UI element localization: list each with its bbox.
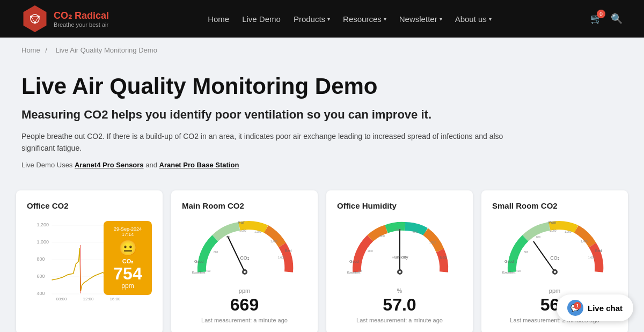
hero-links: Live Demo Uses Aranet4 Pro Sensors and A… bbox=[21, 161, 623, 169]
svg-text:1,000: 1,000 bbox=[239, 229, 246, 232]
chart-area: 1,200 1,000 800 600 400 08:00 12:00 16:0… bbox=[27, 216, 152, 304]
svg-text:Poor: Poor bbox=[548, 220, 557, 224]
breadcrumb-home[interactable]: Home bbox=[21, 46, 40, 54]
svg-text:16:00: 16:00 bbox=[110, 297, 121, 301]
logo-title: CO₂ Radical bbox=[54, 10, 109, 21]
svg-text:60.0: 60.0 bbox=[396, 228, 401, 231]
chart-unit: ppm bbox=[111, 282, 144, 290]
svg-text:0.0: 0.0 bbox=[358, 269, 362, 272]
svg-text:Good: Good bbox=[349, 260, 358, 263]
logo-subtitle: Breathe your best air bbox=[54, 21, 109, 28]
hero-body: People breathe out CO2. If there is a bu… bbox=[21, 130, 504, 154]
svg-text:600: 600 bbox=[214, 250, 218, 254]
svg-text:CO₂: CO₂ bbox=[240, 255, 250, 261]
chart-date: 29-Sep-2024 17:14 bbox=[111, 226, 144, 237]
office-humidity-card: Office Humidity Humidity Good Bad Excel bbox=[326, 190, 473, 332]
small-room-co2-title: Small Room CO2 bbox=[492, 201, 617, 210]
live-chat-button[interactable]: 💬 1 Live chat bbox=[557, 294, 633, 321]
svg-text:400: 400 bbox=[516, 269, 521, 272]
svg-text:40.0: 40.0 bbox=[379, 234, 385, 238]
chart-overlay: 29-Sep-2024 17:14 😐 CO₂ 754 ppm bbox=[104, 221, 152, 295]
svg-marker-0 bbox=[26, 9, 44, 28]
svg-point-24 bbox=[244, 271, 246, 273]
office-humidity-title: Office Humidity bbox=[337, 201, 462, 210]
svg-text:12:00: 12:00 bbox=[83, 297, 94, 301]
breadcrumb: Home / Live Air Quality Monitoring Demo bbox=[21, 46, 623, 54]
search-icon[interactable]: 🔍 bbox=[611, 13, 623, 25]
svg-line-22 bbox=[228, 236, 245, 272]
svg-text:800: 800 bbox=[37, 256, 45, 262]
cards-section: Office CO2 1,200 1,000 800 600 400 bbox=[0, 185, 644, 332]
nav-home[interactable]: Home bbox=[208, 14, 229, 24]
svg-text:400: 400 bbox=[206, 269, 211, 272]
nav-about[interactable]: About us ▾ bbox=[455, 14, 492, 24]
svg-text:1,200: 1,200 bbox=[565, 230, 572, 233]
humidity-gauge-svg: Humidity Good Bad Excellent 0.0 20.0 40.… bbox=[346, 216, 453, 285]
svg-text:1,200: 1,200 bbox=[254, 230, 261, 233]
navbar: CO₂ Radical Breathe your best air Home L… bbox=[0, 0, 644, 38]
chevron-down-icon: ▾ bbox=[489, 16, 492, 22]
gauge-container: CO₂ Good Bad Excellent Fair 400 600 800 … bbox=[182, 216, 307, 323]
svg-text:80.0: 80.0 bbox=[413, 230, 418, 233]
chevron-down-icon: ▾ bbox=[440, 16, 442, 22]
svg-text:CO₂: CO₂ bbox=[550, 255, 560, 261]
gauge-bottom: ppm 669 Last measurement: a minute ago bbox=[201, 287, 288, 323]
svg-text:100.0: 100.0 bbox=[429, 241, 436, 244]
hero-section: Live Air Quality Monitoring Demo Measuri… bbox=[0, 63, 644, 185]
nav-resources[interactable]: Resources ▾ bbox=[343, 14, 386, 24]
chat-icon-wrapper: 💬 1 bbox=[567, 300, 583, 316]
gauge-value: 669 bbox=[201, 295, 288, 315]
svg-text:Excellent: Excellent bbox=[192, 271, 206, 274]
chat-notification-badge: 1 bbox=[574, 302, 581, 309]
live-chat-label: Live chat bbox=[588, 304, 623, 313]
page-title: Live Air Quality Monitoring Demo bbox=[21, 73, 623, 99]
main-room-co2-title: Main Room CO2 bbox=[182, 201, 307, 210]
svg-text:Bad: Bad bbox=[440, 255, 447, 259]
svg-text:1,600: 1,600 bbox=[588, 256, 595, 259]
svg-text:800: 800 bbox=[226, 235, 231, 239]
svg-text:1,600: 1,600 bbox=[278, 256, 285, 259]
aranet4-link[interactable]: Aranet4 Pro Sensors bbox=[75, 161, 144, 169]
humidity-last-measurement: Last measurement: a minute ago bbox=[356, 317, 443, 323]
humidity-gauge-container: Humidity Good Bad Excellent 0.0 20.0 40.… bbox=[337, 216, 462, 323]
svg-text:1,000: 1,000 bbox=[37, 239, 49, 245]
breadcrumb-current: Live Air Quality Monitoring Demo bbox=[56, 46, 157, 54]
svg-text:1,400: 1,400 bbox=[270, 240, 277, 243]
cart-badge: 0 bbox=[597, 10, 605, 18]
nav-products[interactable]: Products ▾ bbox=[294, 14, 330, 24]
cart-icon[interactable]: 🛒 0 bbox=[590, 13, 602, 25]
hero-subtitle: Measuring CO2 helps you identify poor ve… bbox=[21, 108, 623, 122]
office-co2-card: Office CO2 1,200 1,000 800 600 400 bbox=[16, 190, 163, 332]
gauge-last-measurement: Last measurement: a minute ago bbox=[201, 317, 288, 323]
small-ppm-label: ppm bbox=[510, 287, 599, 294]
breadcrumb-bar: Home / Live Air Quality Monitoring Demo bbox=[0, 38, 644, 63]
ppm-label: ppm bbox=[201, 287, 288, 294]
breadcrumb-separator: / bbox=[45, 46, 47, 54]
svg-text:Bad: Bad bbox=[595, 249, 602, 253]
small-room-gauge-svg: CO₂ Good Bad Excellent Poor 400 600 800 … bbox=[501, 216, 609, 285]
svg-text:400: 400 bbox=[37, 291, 45, 296]
nav-icons: 🛒 0 🔍 bbox=[590, 13, 623, 25]
svg-text:1,000: 1,000 bbox=[550, 229, 557, 232]
nav-newsletter[interactable]: Newsletter ▾ bbox=[399, 14, 442, 24]
svg-text:600: 600 bbox=[524, 250, 529, 254]
logo[interactable]: CO₂ Radical Breathe your best air bbox=[21, 5, 109, 32]
svg-text:Bad: Bad bbox=[285, 249, 292, 253]
svg-text:1,200: 1,200 bbox=[37, 222, 49, 227]
nav-live-demo[interactable]: Live Demo bbox=[242, 14, 281, 24]
logo-icon bbox=[21, 5, 48, 32]
nav-links: Home Live Demo Products ▾ Resources ▾ Ne… bbox=[208, 14, 492, 24]
chart-face: 😐 bbox=[111, 239, 144, 257]
humidity-gauge-bottom: % 57.0 Last measurement: a minute ago bbox=[356, 287, 443, 323]
humidity-value: 57.0 bbox=[356, 295, 443, 315]
aranet-base-link[interactable]: Aranet Pro Base Station bbox=[159, 161, 239, 169]
svg-text:Fair: Fair bbox=[238, 220, 245, 224]
logo-text: CO₂ Radical Breathe your best air bbox=[54, 10, 109, 28]
svg-point-52 bbox=[554, 271, 556, 273]
svg-text:600: 600 bbox=[37, 274, 45, 279]
office-co2-title: Office CO2 bbox=[27, 201, 152, 210]
demo-uses-text: Live Demo Uses bbox=[21, 161, 75, 169]
svg-text:Good: Good bbox=[194, 260, 203, 263]
svg-text:Good: Good bbox=[504, 260, 514, 263]
gauge-svg: CO₂ Good Bad Excellent Fair 400 600 800 … bbox=[191, 216, 298, 285]
